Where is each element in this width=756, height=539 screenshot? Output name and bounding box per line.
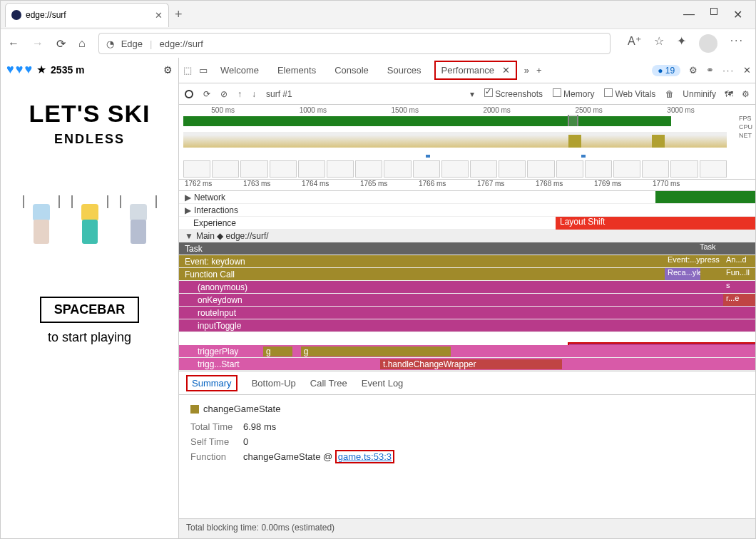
forward-button[interactable]: → bbox=[32, 37, 44, 50]
record-button[interactable] bbox=[185, 90, 193, 98]
more-tabs-icon[interactable]: » bbox=[524, 65, 529, 76]
close-devtools-icon[interactable]: ✕ bbox=[743, 65, 751, 76]
bottomup-tab[interactable]: Bottom-Up bbox=[252, 378, 296, 389]
tab-title: edge://surf bbox=[26, 10, 66, 20]
game-title: LET'S SKI bbox=[29, 100, 150, 128]
download-icon[interactable]: ↓ bbox=[252, 89, 256, 99]
settings-icon[interactable]: ⚙ bbox=[163, 64, 173, 76]
devtools-panel: ⬚ ▭ Welcome Elements Console Sources Per… bbox=[179, 58, 755, 539]
upload-icon[interactable]: ↑ bbox=[237, 89, 242, 99]
game-panel: ♥♥♥ ★ 2535 m ⚙ LET'S SKI ENDLESS SPACEBA… bbox=[1, 58, 179, 539]
maximize-icon[interactable] bbox=[710, 8, 717, 15]
spacebar-button[interactable]: SPACEBAR bbox=[40, 297, 140, 323]
edge-icon: ◔ bbox=[106, 38, 114, 49]
character-select[interactable] bbox=[26, 201, 154, 265]
url-input[interactable]: ◔ Edge | edge://surf bbox=[98, 33, 611, 54]
tab-console[interactable]: Console bbox=[329, 62, 374, 78]
browser-tabbar: edge://surf ✕ + — ✕ bbox=[1, 1, 755, 29]
game-subtitle: ENDLESS bbox=[54, 132, 125, 147]
flame-chart[interactable]: ▶Network ▶Interactions ExperienceLayout … bbox=[179, 191, 755, 371]
tab-welcome[interactable]: Welcome bbox=[215, 62, 265, 78]
time-ruler: 1762 ms1763 ms1764 ms1765 ms1766 ms1767 … bbox=[179, 180, 755, 191]
gear-icon[interactable]: ⚙ bbox=[689, 65, 698, 76]
score-label: 2535 m bbox=[51, 64, 84, 76]
home-button[interactable]: ⌂ bbox=[78, 37, 86, 50]
new-tab-button[interactable]: + bbox=[175, 7, 183, 22]
activity-icon[interactable]: ⚭ bbox=[706, 65, 714, 76]
messages-badge[interactable]: ● 19 bbox=[652, 65, 680, 76]
clear-icon[interactable]: ⊘ bbox=[220, 89, 228, 99]
screenshots-checkbox[interactable] bbox=[484, 88, 493, 97]
start-message: to start playing bbox=[48, 330, 131, 345]
overview-timeline[interactable]: 500 ms1000 ms1500 ms2000 ms2500 ms3000 m… bbox=[179, 105, 755, 180]
device-icon[interactable]: ▭ bbox=[199, 65, 208, 76]
calltree-tab[interactable]: Call Tree bbox=[310, 378, 347, 389]
star-icon: ★ bbox=[36, 63, 46, 76]
menu-icon[interactable]: ··· bbox=[730, 34, 744, 53]
address-bar: ← → ⟳ ⌂ ◔ Edge | edge://surf A⁺ ☆ ✦ ··· bbox=[1, 29, 755, 58]
webvitals-checkbox[interactable] bbox=[604, 88, 613, 97]
sparkle-icon[interactable]: ✦ bbox=[677, 34, 686, 53]
reload-profile-icon[interactable]: ⟳ bbox=[203, 89, 210, 99]
add-tab-icon[interactable]: + bbox=[536, 65, 542, 76]
summary-tab[interactable]: Summary bbox=[186, 375, 237, 391]
browser-tab[interactable]: edge://surf ✕ bbox=[5, 3, 169, 27]
tab-performance[interactable]: Performance ✕ bbox=[434, 61, 517, 80]
source-link[interactable]: game.ts:53:3 bbox=[335, 450, 394, 463]
summary-pane: changeGameState Total Time6.98 ms Self T… bbox=[179, 395, 755, 475]
reading-icon[interactable]: A⁺ bbox=[628, 34, 641, 53]
devtools-menu-icon[interactable]: ··· bbox=[722, 65, 735, 76]
memory-checkbox[interactable] bbox=[553, 88, 561, 97]
unminify-button[interactable]: Unminify bbox=[683, 89, 716, 99]
brand-label: Edge bbox=[121, 38, 143, 49]
tab-elements[interactable]: Elements bbox=[272, 62, 322, 78]
favicon-icon bbox=[11, 10, 21, 20]
close-window-icon[interactable]: ✕ bbox=[733, 8, 742, 21]
trash-icon[interactable]: 🗑 bbox=[665, 89, 674, 99]
back-button[interactable]: ← bbox=[8, 37, 19, 50]
eventlog-tab[interactable]: Event Log bbox=[362, 378, 404, 389]
profile-avatar[interactable] bbox=[699, 34, 717, 53]
close-tab-icon[interactable]: ✕ bbox=[155, 10, 163, 21]
status-bar: Total blocking time: 0.00ms (estimated) bbox=[179, 518, 755, 538]
color-swatch bbox=[190, 405, 199, 414]
map-icon[interactable]: 🗺 bbox=[725, 89, 733, 99]
reload-button[interactable]: ⟳ bbox=[56, 37, 66, 51]
lives-icon: ♥♥♥ bbox=[6, 62, 32, 77]
session-select[interactable]: surf #1 bbox=[266, 89, 292, 99]
favorite-icon[interactable]: ☆ bbox=[654, 34, 664, 53]
url-text: edge://surf bbox=[159, 38, 203, 49]
inspect-icon[interactable]: ⬚ bbox=[183, 65, 192, 76]
toolbar-gear-icon[interactable]: ⚙ bbox=[742, 89, 750, 99]
minimize-icon[interactable]: — bbox=[683, 8, 695, 21]
tab-sources[interactable]: Sources bbox=[382, 62, 427, 78]
window-controls: — ✕ bbox=[683, 8, 755, 21]
